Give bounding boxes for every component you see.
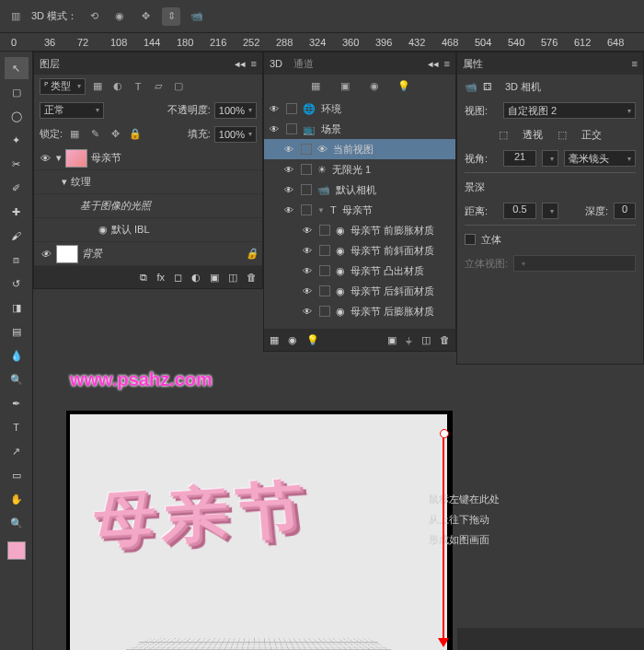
ortho-cube-icon[interactable]: ⬚ <box>558 129 567 141</box>
new-light-icon[interactable]: 💡 <box>306 334 319 346</box>
3d-item[interactable]: 👁▼T母亲节 <box>264 200 455 220</box>
blend-mode-select[interactable]: 正常 <box>40 102 104 119</box>
opacity-field[interactable]: 100% <box>214 102 257 119</box>
gradient-tool[interactable]: ▤ <box>5 320 29 342</box>
panel-menu-icon[interactable]: ≡ <box>444 58 450 70</box>
shape-tool[interactable]: ▭ <box>5 464 29 486</box>
lock-paint-icon[interactable]: ✎ <box>86 126 103 143</box>
crop-tool[interactable]: ✂ <box>5 153 29 175</box>
perspective-cube-icon[interactable]: ⬚ <box>499 129 508 141</box>
history-brush-tool[interactable]: ↺ <box>5 273 29 295</box>
mask-icon[interactable]: ◻ <box>174 272 182 284</box>
zoom-tool[interactable]: 🔍 <box>5 512 29 534</box>
layers-tab[interactable]: 图层 <box>40 57 60 71</box>
panel-collapse-icon[interactable]: ◂◂ <box>235 58 246 70</box>
filter-mesh-icon[interactable]: ▣ <box>337 78 353 95</box>
render-icon[interactable]: ▣ <box>387 334 397 346</box>
lasso-tool[interactable]: ◯ <box>5 105 29 127</box>
filter-adjust-icon[interactable]: ◐ <box>109 78 126 95</box>
layer-row[interactable]: ▾纹理 <box>34 170 262 194</box>
panel-collapse-icon[interactable]: ◂◂ <box>428 58 439 70</box>
visibility-icon[interactable]: 👁 <box>38 249 52 260</box>
camera-icon[interactable]: 📹 <box>188 7 206 26</box>
new-3d-icon[interactable]: ◫ <box>421 334 431 346</box>
heal-tool[interactable]: ✚ <box>5 201 29 223</box>
filter-material-icon[interactable]: ◉ <box>366 78 383 95</box>
scene-icon: 📺 <box>303 123 316 135</box>
delete-icon[interactable]: 🗑 <box>247 272 257 283</box>
path-tool[interactable]: ↗ <box>5 440 29 462</box>
panel-menu-icon[interactable]: ≡ <box>632 58 638 69</box>
pen-tool[interactable]: ✒ <box>5 392 29 414</box>
type-tool[interactable]: T <box>5 416 29 438</box>
eraser-tool[interactable]: ◨ <box>5 296 29 319</box>
3d-item[interactable]: 👁☀无限光 1 <box>264 159 455 180</box>
panel-icon[interactable]: ▥ <box>7 8 24 25</box>
layer-thumb[interactable] <box>56 245 78 263</box>
eyedropper-tool[interactable]: ✐ <box>5 177 29 199</box>
ground-icon[interactable]: ⏚ <box>406 334 412 345</box>
panel-menu-icon[interactable]: ≡ <box>251 58 257 70</box>
filter-light-icon[interactable]: 💡 <box>396 78 412 95</box>
3d-item[interactable]: 👁◉母亲节 后斜面材质 <box>264 281 455 301</box>
layer-row[interactable]: 👁背景🔒 <box>34 242 262 266</box>
fx-icon[interactable]: fx <box>156 272 165 283</box>
stamp-tool[interactable]: ⧈ <box>5 249 29 271</box>
layer-row[interactable]: ◉默认 IBL <box>34 218 262 242</box>
3d-item[interactable]: 👁◉母亲节 后膨胀材质 <box>264 301 455 321</box>
lock-pos-icon[interactable]: ✥ <box>107 126 123 143</box>
stereo-checkbox[interactable] <box>465 234 476 245</box>
filter-type-icon[interactable]: T <box>130 78 146 95</box>
3d-item-current-view[interactable]: 👁👁当前视图 <box>264 139 455 159</box>
3d-item[interactable]: 👁📹默认相机 <box>264 180 455 200</box>
delete-3d-icon[interactable]: 🗑 <box>440 334 450 345</box>
roll-icon[interactable]: ◉ <box>110 7 129 26</box>
filter-scene-icon[interactable]: ▦ <box>307 78 324 95</box>
blur-tool[interactable]: 💧 <box>5 344 29 366</box>
channels-tab[interactable]: 通道 <box>293 57 314 71</box>
link-icon[interactable]: ⧉ <box>140 272 147 284</box>
group-icon[interactable]: ▣ <box>210 272 219 284</box>
brush-tool[interactable]: 🖌 <box>5 225 29 247</box>
mat-icon[interactable]: ▦ <box>270 334 279 346</box>
lens-select[interactable]: 毫米镜头 <box>564 150 636 167</box>
dodge-tool[interactable]: 🔍 <box>5 368 29 390</box>
new-layer-icon[interactable]: ◫ <box>228 272 237 284</box>
foreground-swatch[interactable] <box>7 541 26 560</box>
layer-thumb[interactable] <box>65 149 87 168</box>
wand-tool[interactable]: ✦ <box>5 129 29 151</box>
view-select[interactable]: 自定视图 2 <box>503 102 636 119</box>
visibility-icon[interactable]: 👁 <box>38 153 52 164</box>
sphere-icon[interactable]: ◉ <box>288 334 297 346</box>
3d-item[interactable]: 👁🌐环境 <box>264 99 455 119</box>
layer-row[interactable]: 基于图像的光照 <box>34 194 262 218</box>
pan-icon[interactable]: ✥ <box>136 7 155 26</box>
3d-item[interactable]: 👁◉母亲节 前斜面材质 <box>264 240 455 261</box>
orbit-icon[interactable]: ⟲ <box>85 7 103 26</box>
3d-item[interactable]: 👁◉母亲节 凸出材质 <box>264 261 455 281</box>
filter-type-select[interactable]: ᴾ 类型 <box>40 78 86 95</box>
dist-stepper[interactable] <box>542 203 558 219</box>
filter-smart-icon[interactable]: ▢ <box>170 78 187 95</box>
fov-field[interactable]: 21 <box>503 150 536 167</box>
filter-shape-icon[interactable]: ▱ <box>150 78 167 95</box>
fov-stepper[interactable] <box>542 150 558 167</box>
3d-item[interactable]: 👁📺场景 <box>264 119 455 139</box>
hand-tool[interactable]: ✋ <box>5 488 29 510</box>
lock-all-icon[interactable]: 🔒 <box>127 126 144 143</box>
3d-item[interactable]: 👁◉母亲节 前膨胀材质 <box>264 220 455 240</box>
fill-field[interactable]: 100% <box>214 126 257 143</box>
filter-pixel-icon[interactable]: ▦ <box>89 78 106 95</box>
marquee-tool[interactable]: ▢ <box>5 81 29 103</box>
layer-row[interactable]: 👁▾母亲节 <box>34 146 262 170</box>
lock-trans-icon[interactable]: ▦ <box>66 126 83 143</box>
depth-field[interactable]: 0 <box>614 203 636 219</box>
adjust-icon[interactable]: ◐ <box>191 272 201 284</box>
coords-icon[interactable]: ⚃ <box>483 81 492 93</box>
canvas[interactable]: 母亲节 <box>66 411 453 650</box>
dist-field[interactable]: 0.5 <box>503 203 536 219</box>
slide-icon[interactable]: ⇕ <box>162 7 180 26</box>
3d-tab[interactable]: 3D <box>270 58 282 69</box>
properties-tab[interactable]: 属性 <box>463 57 483 71</box>
move-tool[interactable]: ↖ <box>5 57 29 79</box>
